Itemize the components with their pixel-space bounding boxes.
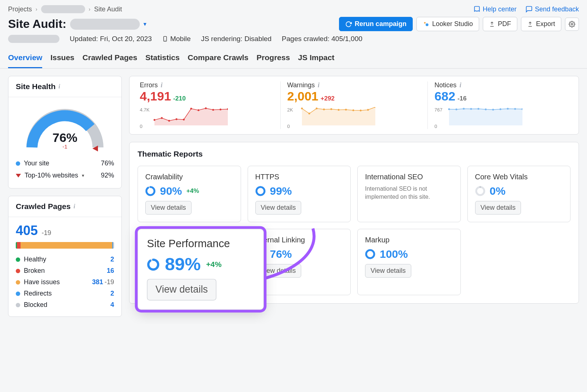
- pdf-export-button[interactable]: PDF: [483, 17, 517, 31]
- view-details-button[interactable]: View details: [475, 201, 521, 215]
- cp-label: Redirects: [24, 290, 52, 297]
- view-details-button[interactable]: View details: [365, 264, 411, 278]
- stat-label: Warnings: [287, 81, 315, 89]
- svg-point-25: [345, 109, 347, 111]
- settings-button[interactable]: [565, 18, 579, 31]
- svg-point-9: [161, 117, 163, 119]
- meta-row: Updated: Fri, Oct 20, 2023 Mobile JS ren…: [0, 31, 587, 50]
- view-details-button[interactable]: View details: [147, 279, 216, 301]
- rerun-label: Rerun campaign: [355, 20, 406, 28]
- rerun-campaign-button[interactable]: Rerun campaign: [339, 17, 413, 31]
- info-icon[interactable]: i: [161, 81, 163, 89]
- crawled-pages-card: Crawled Pages i 405 -19 Healthy2Broken16…: [8, 196, 122, 317]
- stat-notices[interactable]: Noticesi 682-16 767 0: [427, 81, 575, 129]
- stat-warnings[interactable]: Warningsi 2,001+292 2K 0: [280, 81, 428, 129]
- report-title: Site Performance: [147, 237, 254, 250]
- stat-delta: -210: [173, 95, 186, 102]
- view-details-button[interactable]: View details: [145, 201, 192, 215]
- report-note: International SEO is not implemented on …: [365, 185, 453, 201]
- domain-placeholder: [8, 35, 59, 43]
- chevron-down-icon[interactable]: ▾: [143, 21, 146, 28]
- sparkline-errors: 4.7K 0: [140, 107, 274, 129]
- report-title: Internal Linking: [255, 236, 343, 244]
- triangle-down-icon: [16, 174, 21, 177]
- svg-point-44: [256, 187, 265, 195]
- tab-statistics[interactable]: Statistics: [145, 50, 179, 68]
- report-title: Crawlability: [145, 173, 233, 181]
- svg-point-30: [448, 108, 450, 110]
- crawled-pages-row[interactable]: Broken16: [16, 265, 114, 276]
- breadcrumb-current: Site Audit: [94, 6, 122, 13]
- upload-icon: [489, 21, 495, 27]
- cp-label: Healthy: [24, 256, 46, 263]
- dot-icon: [16, 161, 20, 166]
- legend-your-site: Your site: [24, 160, 49, 167]
- crawled-pages-count: 405: [16, 223, 38, 238]
- stat-delta: -16: [457, 95, 467, 102]
- svg-point-31: [456, 109, 457, 110]
- crawled-pages-delta: -19: [42, 229, 51, 237]
- cp-label: Broken: [24, 267, 45, 275]
- svg-point-48: [148, 260, 158, 270]
- page-title: Site Audit:: [8, 17, 66, 31]
- svg-point-11: [176, 118, 178, 120]
- svg-point-1: [426, 23, 429, 26]
- cp-label: Blocked: [24, 301, 47, 309]
- dot-icon: [16, 257, 20, 262]
- tab-overview[interactable]: Overview: [8, 50, 42, 68]
- svg-point-32: [463, 108, 465, 110]
- breadcrumb-project-placeholder[interactable]: [41, 5, 85, 13]
- report-pct: 99%: [270, 185, 292, 197]
- crawled-pages-row[interactable]: Have issues381-19: [16, 276, 114, 288]
- report-card-markup: Markup100%View details: [357, 229, 461, 295]
- send-feedback-link[interactable]: Send feedback: [525, 6, 579, 13]
- info-icon[interactable]: i: [59, 83, 60, 90]
- tab-crawled-pages[interactable]: Crawled Pages: [83, 50, 137, 68]
- cp-count: 4: [110, 301, 114, 308]
- dot-icon: [16, 280, 20, 285]
- report-card-core-web-vitals: Core Web Vitals0%View details: [467, 166, 571, 222]
- cp-count: 2: [110, 256, 114, 263]
- crawled-pages-row[interactable]: Healthy2: [16, 254, 114, 265]
- svg-point-15: [205, 107, 207, 109]
- svg-point-8: [154, 119, 156, 121]
- breadcrumb: Projects › › Site Audit Help center Send…: [0, 0, 587, 13]
- looker-studio-button[interactable]: Looker Studio: [416, 17, 479, 31]
- stat-errors[interactable]: Errorsi 4,191-210 4.7K 0: [133, 81, 280, 129]
- crawled-pages-row[interactable]: Blocked4: [16, 299, 114, 311]
- report-pct: 90%: [160, 185, 182, 197]
- svg-point-45: [476, 187, 484, 195]
- report-card-international-seo: International SEOInternational SEO is no…: [357, 166, 461, 222]
- svg-point-33: [470, 108, 472, 110]
- tab-compare-crawls[interactable]: Compare Crawls: [188, 50, 249, 68]
- tab-issues[interactable]: Issues: [50, 50, 74, 68]
- tab-js-impact[interactable]: JS Impact: [298, 50, 334, 68]
- legend-top10-value: 92%: [101, 172, 114, 179]
- report-pct: 0%: [490, 185, 506, 197]
- ring-icon: [255, 186, 266, 196]
- stat-label: Notices: [434, 81, 456, 89]
- tab-progress[interactable]: Progress: [256, 50, 290, 68]
- view-details-button[interactable]: View details: [255, 201, 302, 215]
- site-health-title: Site Health: [16, 82, 56, 91]
- export-button[interactable]: Export: [521, 17, 561, 31]
- crawled-pages-title: Crawled Pages: [16, 202, 70, 211]
- svg-point-23: [330, 108, 332, 110]
- breadcrumb-root[interactable]: Projects: [8, 6, 32, 13]
- info-icon[interactable]: i: [318, 81, 320, 89]
- chevron-right-icon: ›: [36, 6, 37, 12]
- cp-label: Have issues: [24, 278, 60, 286]
- info-icon[interactable]: i: [73, 203, 75, 210]
- info-icon[interactable]: i: [459, 81, 461, 89]
- stat-delta: +292: [321, 95, 335, 102]
- sparkline-notices: 767 0: [434, 107, 568, 129]
- chevron-down-icon[interactable]: ▾: [82, 173, 84, 178]
- stats-card: Errorsi 4,191-210 4.7K 0 Warningsi 2,001…: [129, 76, 579, 135]
- svg-point-22: [323, 109, 325, 110]
- report-title: Core Web Vitals: [475, 173, 563, 181]
- svg-text:76%: 76%: [52, 131, 77, 144]
- svg-point-42: [146, 187, 154, 195]
- sparkline-warnings: 2K 0: [287, 107, 421, 129]
- help-center-link[interactable]: Help center: [473, 6, 517, 13]
- crawled-pages-row[interactable]: Redirects2: [16, 288, 114, 299]
